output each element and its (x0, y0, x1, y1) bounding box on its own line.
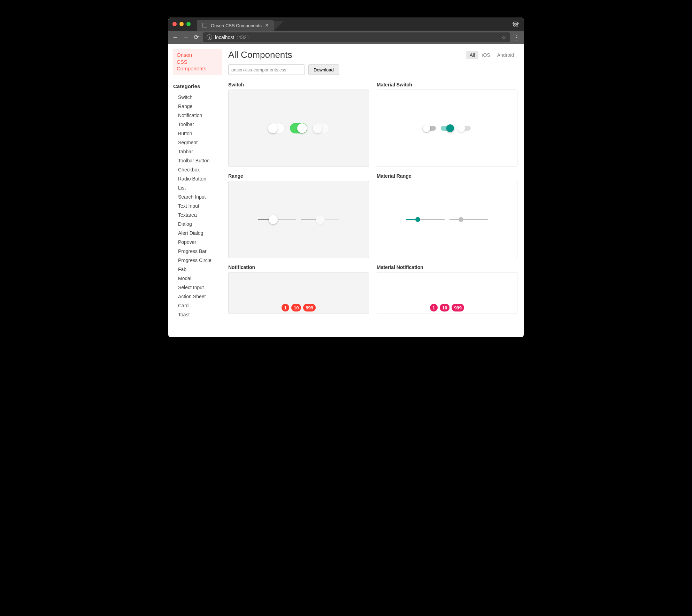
app-logo[interactable]: Onsen CSS Components (173, 49, 222, 75)
components-grid: Switch Material Switch (228, 82, 517, 314)
page-icon (202, 23, 207, 28)
sidebar: Onsen CSS Components Categories SwitchRa… (168, 44, 222, 337)
sidebar-item[interactable]: Toolbar Button (173, 156, 222, 165)
sidebar-item[interactable]: Select Input (173, 283, 222, 292)
component-label: Switch (228, 82, 369, 87)
notification-badge: 1 (282, 304, 289, 311)
sidebar-item[interactable]: Card (173, 301, 222, 310)
component-label: Material Switch (377, 82, 517, 87)
component-notification-ios: Notification 110999 (228, 264, 369, 314)
component-label: Notification (228, 264, 369, 270)
notification-badge: 10 (440, 304, 449, 311)
main-area: All Components AlliOSAndroid Download Sw… (222, 44, 524, 337)
component-label: Range (228, 173, 369, 179)
md-switch-off[interactable] (423, 126, 436, 131)
sidebar-item[interactable]: Switch (173, 93, 222, 102)
main-header: All Components AlliOSAndroid (228, 49, 517, 60)
sidebar-item[interactable]: Dialog (173, 220, 222, 229)
sidebar-item[interactable]: Action Sheet (173, 292, 222, 301)
sidebar-item[interactable]: Progress Bar (173, 247, 222, 256)
sidebar-item[interactable]: List (173, 183, 222, 192)
incognito-icon (512, 20, 520, 28)
preview-switch-md (377, 90, 517, 167)
sidebar-item[interactable]: Segment (173, 138, 222, 147)
notification-badge: 999 (452, 304, 464, 311)
ios-switch-off[interactable] (268, 123, 285, 133)
sidebar-item[interactable]: Fab (173, 265, 222, 274)
site-info-icon[interactable]: i (207, 34, 212, 40)
categories-list: SwitchRangeNotificationToolbarButtonSegm… (173, 93, 222, 319)
page-title: All Components (228, 49, 292, 60)
url-host: localhost (215, 34, 234, 40)
sidebar-item[interactable]: Alert Dialog (173, 229, 222, 238)
sidebar-item[interactable]: Button (173, 129, 222, 138)
new-tab-hint[interactable] (274, 21, 284, 31)
logo-line: CSS (177, 59, 218, 66)
close-window-button[interactable] (172, 22, 177, 26)
preview-notification-ios: 110999 (228, 272, 369, 314)
browser-window: Onsen CSS Components × ← → ⟳ i localhost… (168, 17, 524, 337)
traffic-lights (172, 22, 191, 26)
md-switch-on[interactable] (441, 126, 453, 131)
svg-point-0 (514, 24, 516, 26)
sidebar-item[interactable]: Popover (173, 238, 222, 247)
url-port: :4321 (237, 34, 249, 40)
md-range[interactable] (406, 219, 445, 220)
sidebar-item[interactable]: Progress Circle (173, 256, 222, 265)
platform-filter-android[interactable]: Android (494, 51, 517, 59)
address-bar: ← → ⟳ i localhost:4321 ☆ ⋮ (168, 31, 524, 44)
notification-badge: 1 (430, 304, 438, 311)
sidebar-item[interactable]: Modal (173, 274, 222, 283)
preview-range-md (377, 181, 517, 258)
md-switch-disabled (458, 126, 471, 131)
component-switch-md: Material Switch (377, 82, 517, 167)
zoom-window-button[interactable] (186, 22, 191, 26)
component-range-ios: Range (228, 173, 369, 258)
reload-button[interactable]: ⟳ (193, 34, 200, 41)
sidebar-item[interactable]: Toast (173, 310, 222, 319)
browser-menu-button[interactable]: ⋮ (513, 34, 520, 41)
filename-input[interactable] (228, 64, 305, 75)
preview-notification-md: 110999 (377, 272, 517, 314)
component-switch-ios: Switch (228, 82, 369, 167)
window-titlebar: Onsen CSS Components × (168, 17, 524, 31)
sidebar-item[interactable]: Tabbar (173, 147, 222, 156)
close-tab-button[interactable]: × (265, 22, 268, 29)
component-label: Material Notification (377, 264, 517, 270)
tab-title: Onsen CSS Components (211, 23, 262, 28)
platform-filter: AlliOSAndroid (466, 51, 517, 59)
download-button[interactable]: Download (308, 64, 339, 75)
sidebar-item[interactable]: Notification (173, 111, 222, 120)
component-notification-md: Material Notification 110999 (377, 264, 517, 314)
back-button[interactable]: ← (172, 34, 179, 41)
preview-switch-ios (228, 90, 369, 167)
sidebar-item[interactable]: Search Input (173, 192, 222, 201)
sidebar-item[interactable]: Textarea (173, 210, 222, 220)
download-row: Download (228, 64, 517, 75)
browser-tab[interactable]: Onsen CSS Components × (197, 20, 274, 31)
minimize-window-button[interactable] (179, 22, 184, 26)
forward-button[interactable]: → (182, 34, 189, 41)
sidebar-item[interactable]: Text Input (173, 201, 222, 210)
bookmark-icon[interactable]: ☆ (501, 34, 506, 41)
component-label: Material Range (377, 173, 517, 179)
md-range-disabled (449, 219, 488, 220)
ios-range[interactable] (258, 219, 296, 220)
notification-badge: 999 (303, 304, 316, 311)
preview-range-ios (228, 181, 369, 258)
sidebar-item[interactable]: Range (173, 102, 222, 111)
platform-filter-ios[interactable]: iOS (478, 51, 493, 59)
ios-switch-disabled (312, 123, 330, 133)
url-field[interactable]: i localhost:4321 ☆ (203, 32, 510, 42)
notification-badge: 10 (291, 304, 301, 311)
component-range-md: Material Range (377, 173, 517, 258)
logo-line: Components (177, 65, 218, 72)
ios-switch-on[interactable] (290, 123, 307, 133)
sidebar-item[interactable]: Toolbar (173, 120, 222, 129)
sidebar-item[interactable]: Checkbox (173, 165, 222, 174)
logo-line: Onsen (177, 52, 218, 59)
page-content: Onsen CSS Components Categories SwitchRa… (168, 44, 524, 337)
sidebar-item[interactable]: Radio Button (173, 174, 222, 183)
platform-filter-all[interactable]: All (466, 51, 479, 59)
categories-heading: Categories (173, 83, 222, 89)
